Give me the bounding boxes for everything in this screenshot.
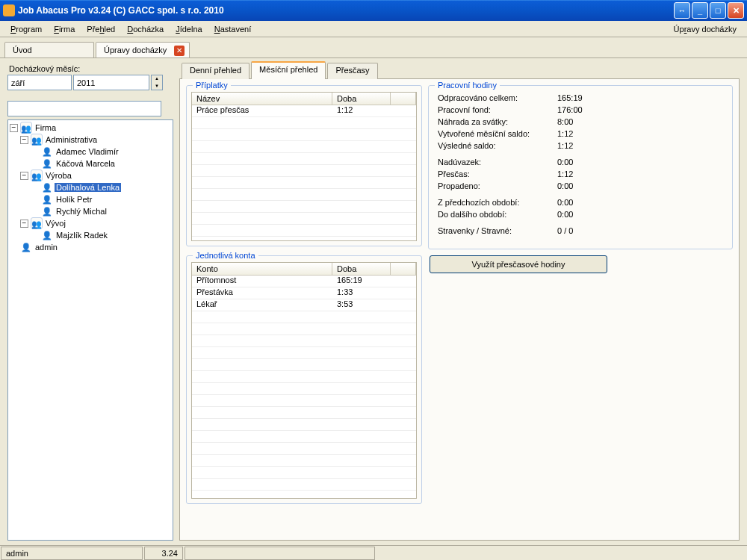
person-icon (41, 205, 53, 217)
group-icon (31, 217, 43, 229)
status-empty (185, 547, 375, 560)
col-nazev[interactable]: Název (192, 93, 332, 105)
status-version: 3.24 (144, 547, 183, 560)
menu-dochazka[interactable]: Docházka (121, 23, 170, 35)
work-row: Vytvořené měsíční saldo:1:12 (438, 128, 723, 140)
work-row: Výsledné saldo:1:12 (438, 140, 723, 152)
menu-firma[interactable]: Firma (48, 23, 81, 35)
subtab-denni[interactable]: Denní přehled (182, 63, 249, 79)
status-user: admin (1, 547, 143, 560)
person-icon (41, 181, 53, 193)
tree-rychly[interactable]: Rychlý Michal (55, 207, 108, 216)
work-row: Pracovní fond:176:00 (438, 104, 723, 116)
col-doba[interactable]: Doba (332, 263, 391, 275)
table-row[interactable]: Přítomnost165:19 (192, 276, 416, 287)
tree-dolihalova[interactable]: Dolíhalová Lenka (55, 183, 121, 192)
menu-upravy-dochazky[interactable]: Úpravy docházky (668, 23, 743, 35)
tree-filter-input[interactable] (7, 101, 161, 116)
app-icon (3, 4, 15, 16)
tree-admin[interactable]: admin (34, 243, 59, 252)
expand-icon[interactable]: − (20, 220, 28, 228)
menu-prehled[interactable]: Přehled (81, 23, 121, 35)
work-row: Náhrada za svátky:8:00 (438, 116, 723, 128)
work-row: Propadeno:0:00 (438, 180, 723, 192)
menu-nastaveni[interactable]: Nastavení (208, 23, 258, 35)
tab-upravy-dochazky[interactable]: Úpravy docházky ✕ (96, 42, 190, 57)
month-label: Docházkový měsíc: (9, 64, 173, 73)
group-title: Příplatky (193, 81, 231, 90)
right-panel: Denní přehled Měsíční přehled Přesčasy P… (178, 58, 747, 545)
year-spinner[interactable]: ▲▼ (151, 75, 163, 90)
tree-majzlik[interactable]: Majzlík Radek (55, 231, 109, 240)
tree-vyroba[interactable]: Výroba (44, 171, 73, 180)
window-title: Job Abacus Pro v3.24 (C) GACC spol. s r.… (18, 5, 674, 16)
expand-icon[interactable]: − (20, 172, 28, 180)
year-input[interactable] (73, 75, 149, 90)
month-input[interactable] (7, 75, 72, 90)
tree-vyvoj[interactable]: Vývoj (44, 219, 67, 228)
tab-uvod[interactable]: Úvod (4, 42, 94, 57)
close-tab-icon[interactable]: ✕ (174, 46, 185, 56)
person-icon (41, 229, 53, 241)
group-priplatky: Příplatky Název Doba Práce přesčas1:12 (186, 85, 422, 246)
document-tabs: Úvod Úpravy docházky ✕ (0, 37, 747, 58)
table-row[interactable]: Práce přesčas1:12 (192, 105, 416, 117)
group-konta: Jednotlivá konta Konto Doba Přítomnost16… (186, 255, 422, 504)
person-icon (41, 193, 53, 205)
menu-jidelna[interactable]: Jídelna (170, 23, 208, 35)
title-bar: Job Abacus Pro v3.24 (C) GACC spol. s r.… (0, 0, 747, 21)
work-row: Přesčas:1:12 (438, 168, 723, 180)
subtab-mesicni[interactable]: Měsíční přehled (251, 61, 326, 79)
menu-program[interactable]: Program (4, 23, 48, 35)
left-panel: Docházkový měsíc: ▲▼ −Firma −Administrat… (0, 58, 178, 545)
col-doba[interactable]: Doba (332, 93, 391, 105)
group-title: Jednotlivá konta (193, 251, 258, 260)
expand-icon[interactable]: − (10, 124, 18, 132)
tree-holik[interactable]: Holík Petr (55, 195, 93, 204)
person-icon (41, 158, 53, 169)
status-bar: admin 3.24 (0, 545, 747, 560)
work-row: Odpracováno celkem:165:19 (438, 92, 723, 104)
work-row: Do dalšího období:0:00 (438, 208, 723, 220)
tree-firma[interactable]: Firma (34, 123, 58, 132)
minimize-button[interactable]: _ (692, 2, 708, 19)
org-tree[interactable]: −Firma −Administrativa Adamec Vladimír K… (7, 119, 173, 541)
nav-button[interactable]: ↔ (674, 2, 690, 19)
group-icon (31, 169, 43, 181)
tree-administrativa[interactable]: Administrativa (44, 135, 99, 144)
col-konto[interactable]: Konto (192, 263, 332, 275)
person-icon (41, 146, 53, 158)
table-row[interactable]: Přestávka1:33 (192, 287, 416, 299)
maximize-button[interactable]: □ (710, 2, 726, 19)
group-icon (20, 122, 32, 134)
tree-adamec[interactable]: Adamec Vladimír (55, 147, 120, 156)
work-row: Nadúvazek:0:00 (438, 156, 723, 168)
work-row: Stravenky / Stravné:0 / 0 (438, 225, 723, 237)
group-icon (31, 134, 43, 146)
grid-konta[interactable]: Konto Doba Přítomnost165:19Přestávka1:33… (191, 262, 417, 499)
menu-bar: Program Firma Přehled Docházka Jídelna N… (0, 21, 747, 37)
work-row: Z předchozích období:0:00 (438, 196, 723, 208)
use-overtime-button[interactable]: Využít přesčasové hodiny (430, 255, 607, 273)
close-button[interactable]: ✕ (728, 2, 744, 19)
person-icon (20, 241, 32, 253)
grid-priplatky[interactable]: Název Doba Práce přesčas1:12 (191, 92, 417, 241)
expand-icon[interactable]: − (20, 136, 28, 144)
table-row[interactable]: Lékař3:53 (192, 299, 416, 311)
group-pracovni-hodiny: Pracovní hodiny Odpracováno celkem:165:1… (428, 85, 733, 249)
tree-kacova[interactable]: Káčová Marcela (55, 159, 117, 168)
subtab-prescasy[interactable]: Přesčasy (327, 63, 377, 79)
group-title: Pracovní hodiny (435, 81, 500, 90)
